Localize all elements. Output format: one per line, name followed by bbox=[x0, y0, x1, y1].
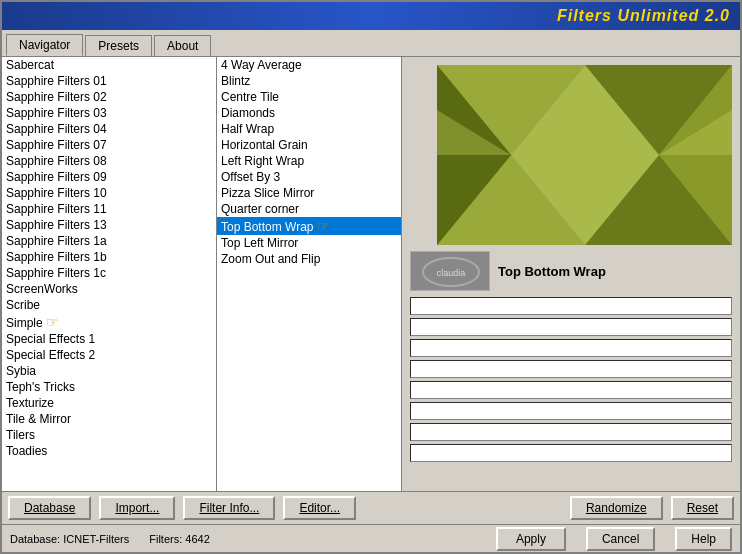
app-title: Filters Unlimited 2.0 bbox=[557, 7, 730, 25]
reset-button[interactable]: Reset bbox=[671, 496, 734, 520]
main-window: Filters Unlimited 2.0 Navigator Presets … bbox=[0, 0, 742, 554]
right-list-item[interactable]: Centre Tile bbox=[217, 89, 401, 105]
right-list-item[interactable]: Horizontal Grain bbox=[217, 137, 401, 153]
svg-text:claudia: claudia bbox=[437, 268, 466, 278]
right-list-item[interactable]: Offset By 3 bbox=[217, 169, 401, 185]
left-list-item[interactable]: Sapphire Filters 1c bbox=[2, 265, 216, 281]
left-list-item[interactable]: Sapphire Filters 01 bbox=[2, 73, 216, 89]
left-list-item[interactable]: Sapphire Filters 07 bbox=[2, 137, 216, 153]
left-list-item[interactable]: Tile & Mirror bbox=[2, 411, 216, 427]
right-panel: claudia Top Bottom Wrap bbox=[402, 57, 740, 491]
params-area bbox=[410, 297, 732, 483]
left-list-item[interactable]: Sapphire Filters 11 bbox=[2, 201, 216, 217]
main-content: SabercatSapphire Filters 01Sapphire Filt… bbox=[2, 56, 740, 491]
right-list-item[interactable]: Top Left Mirror bbox=[217, 235, 401, 251]
bottom-toolbar: Database Import... Filter Info... Editor… bbox=[2, 491, 740, 524]
tab-presets[interactable]: Presets bbox=[85, 35, 152, 56]
database-status: Database: ICNET-Filters bbox=[10, 533, 129, 545]
param-row-5 bbox=[410, 381, 732, 399]
left-list-item[interactable]: Sapphire Filters 13 bbox=[2, 217, 216, 233]
tab-about[interactable]: About bbox=[154, 35, 211, 56]
apply-button[interactable]: Apply bbox=[496, 527, 566, 551]
filter-info-button[interactable]: Filter Info... bbox=[183, 496, 275, 520]
tabs-row: Navigator Presets About bbox=[2, 30, 740, 56]
param-row-8 bbox=[410, 444, 732, 462]
randomize-button[interactable]: Randomize bbox=[570, 496, 663, 520]
left-panel: SabercatSapphire Filters 01Sapphire Filt… bbox=[2, 57, 217, 491]
left-list-item[interactable]: Sapphire Filters 02 bbox=[2, 89, 216, 105]
left-list-item[interactable]: Sapphire Filters 1a bbox=[2, 233, 216, 249]
left-list-item[interactable]: Special Effects 1 bbox=[2, 331, 216, 347]
category-list[interactable]: SabercatSapphire Filters 01Sapphire Filt… bbox=[2, 57, 216, 491]
right-list-item[interactable]: 4 Way Average bbox=[217, 57, 401, 73]
param-row-1 bbox=[410, 297, 732, 315]
database-button[interactable]: Database bbox=[8, 496, 91, 520]
left-list-item[interactable]: Sapphire Filters 1b bbox=[2, 249, 216, 265]
editor-button[interactable]: Editor... bbox=[283, 496, 356, 520]
filter-name: Top Bottom Wrap bbox=[498, 264, 606, 279]
right-list-item[interactable]: Half Wrap bbox=[217, 121, 401, 137]
left-list-item[interactable]: Simple ☞ bbox=[2, 313, 216, 331]
left-list-item[interactable]: Sapphire Filters 08 bbox=[2, 153, 216, 169]
left-list-item[interactable]: Sabercat bbox=[2, 57, 216, 73]
right-list-item[interactable]: Top Bottom Wrap ☞ bbox=[217, 217, 401, 235]
left-list-item[interactable]: Special Effects 2 bbox=[2, 347, 216, 363]
cancel-button[interactable]: Cancel bbox=[586, 527, 655, 551]
left-list-item[interactable]: Sybia bbox=[2, 363, 216, 379]
status-bar: Database: ICNET-Filters Filters: 4642 Ap… bbox=[2, 524, 740, 552]
right-list-item[interactable]: Left Right Wrap bbox=[217, 153, 401, 169]
import-button[interactable]: Import... bbox=[99, 496, 175, 520]
left-list-item[interactable]: Teph's Tricks bbox=[2, 379, 216, 395]
filter-info-row: claudia Top Bottom Wrap bbox=[410, 251, 732, 291]
right-list-item[interactable]: Pizza Slice Mirror bbox=[217, 185, 401, 201]
left-list-item[interactable]: Toadies bbox=[2, 443, 216, 459]
left-list-item[interactable]: Sapphire Filters 09 bbox=[2, 169, 216, 185]
filter-list[interactable]: 4 Way AverageBlintzCentre TileDiamondsHa… bbox=[217, 57, 401, 491]
right-list-item[interactable]: Blintz bbox=[217, 73, 401, 89]
filters-status: Filters: 4642 bbox=[149, 533, 210, 545]
help-button[interactable]: Help bbox=[675, 527, 732, 551]
right-list-item[interactable]: Quarter corner bbox=[217, 201, 401, 217]
left-list-item[interactable]: Sapphire Filters 04 bbox=[2, 121, 216, 137]
left-list-item[interactable]: Tilers bbox=[2, 427, 216, 443]
left-list-item[interactable]: Sapphire Filters 10 bbox=[2, 185, 216, 201]
param-row-6 bbox=[410, 402, 732, 420]
preview-image bbox=[437, 65, 732, 245]
left-list-item[interactable]: Texturize bbox=[2, 395, 216, 411]
param-row-3 bbox=[410, 339, 732, 357]
title-bar: Filters Unlimited 2.0 bbox=[2, 2, 740, 30]
param-row-7 bbox=[410, 423, 732, 441]
left-list-item[interactable]: Scribe bbox=[2, 297, 216, 313]
filter-list-panel: 4 Way AverageBlintzCentre TileDiamondsHa… bbox=[217, 57, 402, 491]
right-list-item[interactable]: Diamonds bbox=[217, 105, 401, 121]
tab-navigator[interactable]: Navigator bbox=[6, 34, 83, 56]
right-list-item[interactable]: Zoom Out and Flip bbox=[217, 251, 401, 267]
filter-thumbnail: claudia bbox=[410, 251, 490, 291]
left-list-item[interactable]: Sapphire Filters 03 bbox=[2, 105, 216, 121]
param-row-2 bbox=[410, 318, 732, 336]
left-list-item[interactable]: ScreenWorks bbox=[2, 281, 216, 297]
param-row-4 bbox=[410, 360, 732, 378]
